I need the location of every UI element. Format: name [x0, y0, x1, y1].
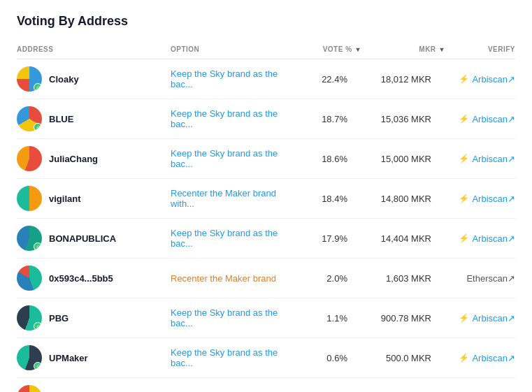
- mkr-value: 1,603 MKR: [361, 273, 445, 284]
- option-text: Keep the Sky brand as the bac...: [171, 148, 285, 169]
- check-badge: ✓: [34, 83, 42, 92]
- option-text: Keep the Sky brand as the bac...: [171, 307, 285, 328]
- address-name: PBG: [49, 313, 69, 324]
- verify-label[interactable]: Arbiscan↗: [472, 353, 515, 363]
- avatar: ✓: [17, 345, 42, 370]
- check-badge: ✓: [34, 123, 42, 131]
- col-vote-pct: VOTE % ▼: [285, 45, 361, 53]
- verify-link[interactable]: ⚡ Arbiscan↗: [445, 154, 515, 164]
- option-text: Recenter the Maker brand with...: [171, 188, 285, 209]
- address-name: UPMaker: [49, 353, 88, 363]
- address-cell: JuliaChang: [17, 146, 171, 171]
- lightning-icon: ⚡: [459, 313, 469, 323]
- check-badge: ✓: [34, 362, 42, 370]
- table-body: ✓ Cloaky Keep the Sky brand as the bac..…: [17, 59, 515, 392]
- address-name: BONAPUBLICA: [49, 233, 116, 244]
- lightning-icon: ⚡: [459, 154, 469, 164]
- table-row: ✓ PBG Keep the Sky brand as the bac... 1…: [17, 298, 515, 338]
- voting-by-address-container: Voting By Address ADDRESS OPTION VOTE % …: [0, 0, 532, 392]
- verify-link[interactable]: ⚡ Arbiscan↗: [445, 313, 515, 324]
- col-verify: VERIFY: [445, 45, 515, 53]
- address-name: 0x593c4...5bb5: [49, 273, 113, 284]
- col-mkr: MKR ▼: [361, 45, 445, 53]
- mkr-value: 900.78 MKR: [361, 313, 445, 324]
- option-text: Keep the Sky brand as the bac...: [171, 228, 285, 249]
- vote-pct: 1.1%: [285, 313, 361, 324]
- address-name: vigilant: [49, 194, 81, 204]
- verify-label[interactable]: Arbiscan↗: [472, 233, 515, 244]
- table-header: ADDRESS OPTION VOTE % ▼ MKR ▼ VERIFY: [17, 41, 515, 59]
- address-cell: vigilant: [17, 186, 171, 211]
- avatar: [17, 146, 42, 171]
- sort-mkr-icon[interactable]: ▼: [439, 46, 445, 53]
- table-row: ✓ BONAPUBLICA Keep the Sky brand as the …: [17, 219, 515, 259]
- mkr-value: 500.0 MKR: [361, 353, 445, 363]
- address-cell: ✓ BLUE: [17, 106, 171, 131]
- table-row: ✓ Cloaky Keep the Sky brand as the bac..…: [17, 59, 515, 99]
- verify-label[interactable]: Arbiscan↗: [472, 114, 515, 124]
- address-name: JuliaChang: [49, 154, 98, 164]
- verify-link[interactable]: ⚡ Arbiscan↗: [445, 233, 515, 244]
- option-text: Keep the Sky brand as the bac...: [171, 68, 285, 89]
- address-cell: ✓ PBG: [17, 305, 171, 331]
- option-text: Recenter the Maker brand: [171, 273, 285, 284]
- col-option: OPTION: [171, 45, 285, 53]
- verify-link[interactable]: ⚡ Arbiscan↗: [445, 194, 515, 204]
- vote-pct: 2.0%: [285, 273, 361, 284]
- mkr-value: 14,800 MKR: [361, 194, 445, 204]
- verify-link[interactable]: ⚡ Arbiscan↗: [445, 353, 515, 363]
- address-cell: ✓ Cloaky: [17, 66, 171, 92]
- table-row: vigilant Recenter the Maker brand with..…: [17, 179, 515, 219]
- table-row: 0x593c4...5bb5 Recenter the Maker brand …: [17, 259, 515, 298]
- vote-pct: 18.4%: [285, 194, 361, 204]
- verify-link[interactable]: ⚡ Arbiscan↗: [445, 74, 515, 85]
- vote-pct: 18.6%: [285, 154, 361, 164]
- page-title: Voting By Address: [17, 14, 515, 29]
- vote-pct: 17.9%: [285, 233, 361, 244]
- verify-link[interactable]: Etherscan↗: [445, 273, 515, 284]
- table-row: ✓ UPMaker Keep the Sky brand as the bac.…: [17, 338, 515, 378]
- lightning-icon: ⚡: [459, 114, 469, 124]
- verify-label[interactable]: Arbiscan↗: [472, 74, 515, 85]
- option-text: Keep the Sky brand as the bac...: [171, 108, 285, 129]
- table-row: ✓ BLUE Keep the Sky brand as the bac... …: [17, 99, 515, 139]
- mkr-value: 15,036 MKR: [361, 114, 445, 124]
- lightning-icon: ⚡: [459, 233, 469, 243]
- address-cell: ✓ UPMaker: [17, 345, 171, 370]
- avatar: [17, 266, 42, 291]
- address-cell: ✓ BONAPUBLICA: [17, 226, 171, 251]
- mkr-value: 18,012 MKR: [361, 74, 445, 85]
- address-cell: 0x593c4...5bb5: [17, 266, 171, 291]
- verify-label[interactable]: Etherscan↗: [466, 273, 515, 284]
- mkr-value: 15,000 MKR: [361, 154, 445, 164]
- col-address: ADDRESS: [17, 45, 171, 53]
- sort-vote-pct-icon[interactable]: ▼: [355, 46, 361, 53]
- avatar: [17, 385, 42, 392]
- votes-table: ADDRESS OPTION VOTE % ▼ MKR ▼ VERIFY ✓ C…: [17, 41, 515, 392]
- verify-label[interactable]: Arbiscan↗: [472, 194, 515, 204]
- lightning-icon: ⚡: [459, 353, 469, 363]
- avatar: ✓: [17, 106, 42, 131]
- table-row: 0x0d2a8...dab9 Recenter the Maker brand …: [17, 378, 515, 392]
- avatar: ✓: [17, 305, 42, 331]
- verify-label[interactable]: Arbiscan↗: [472, 313, 515, 324]
- vote-pct: 18.7%: [285, 114, 361, 124]
- lightning-icon: ⚡: [459, 74, 469, 84]
- mkr-value: 14,404 MKR: [361, 233, 445, 244]
- lightning-icon: ⚡: [459, 194, 469, 203]
- address-cell: 0x0d2a8...dab9: [17, 385, 171, 392]
- table-row: JuliaChang Keep the Sky brand as the bac…: [17, 139, 515, 179]
- verify-link[interactable]: ⚡ Arbiscan↗: [445, 114, 515, 124]
- address-name: BLUE: [49, 114, 73, 124]
- check-badge: ✓: [34, 242, 42, 251]
- avatar: ✓: [17, 66, 42, 92]
- verify-label[interactable]: Arbiscan↗: [472, 154, 515, 164]
- address-name: Cloaky: [49, 74, 79, 85]
- option-text: Keep the Sky brand as the bac...: [171, 347, 285, 368]
- vote-pct: 22.4%: [285, 74, 361, 85]
- avatar: [17, 186, 42, 211]
- check-badge: ✓: [34, 322, 42, 331]
- avatar: ✓: [17, 226, 42, 251]
- vote-pct: 0.6%: [285, 353, 361, 363]
